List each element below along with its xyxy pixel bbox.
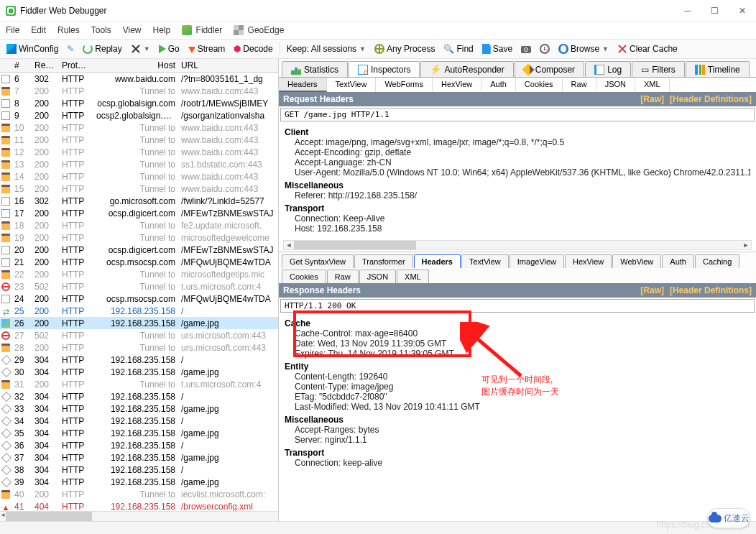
tab-autoresponder[interactable]: ⚡AutoResponder bbox=[420, 61, 513, 77]
resp-tab-json[interactable]: JSON bbox=[359, 270, 396, 283]
session-row[interactable]: 39304HTTP192.168.235.158/game.jpg bbox=[0, 476, 278, 488]
session-row[interactable]: 34304HTTP192.168.235.158/ bbox=[0, 415, 278, 427]
find-button[interactable]: 🔍Find bbox=[440, 42, 476, 55]
menu-edit[interactable]: Edit bbox=[31, 25, 46, 35]
session-row[interactable]: 27502HTTPTunnel tours.microsoft.com:443 bbox=[0, 329, 278, 341]
resp-tab-imageview[interactable]: ImageView bbox=[510, 254, 564, 268]
tab-inspectors[interactable]: Inspectors bbox=[349, 61, 420, 77]
menu-tools[interactable]: Tools bbox=[91, 25, 111, 35]
session-row[interactable]: 35304HTTP192.168.235.158/game.jpg bbox=[0, 427, 278, 439]
remove-button[interactable]: ▼ bbox=[127, 42, 154, 55]
session-row[interactable]: 7200HTTPTunnel towww.baidu.com:443 bbox=[0, 85, 278, 97]
browse-button[interactable]: Browse▼ bbox=[555, 42, 612, 55]
session-row[interactable]: 11200HTTPTunnel towww.baidu.com:443 bbox=[0, 134, 278, 146]
session-row[interactable]: 28200HTTPTunnel tours.microsoft.com:443 bbox=[0, 341, 278, 354]
menu-fiddler[interactable]: Fiddler bbox=[182, 25, 222, 36]
tab-timeline[interactable]: Timeline bbox=[686, 61, 750, 77]
resp-tab-raw[interactable]: Raw bbox=[327, 270, 359, 283]
session-row[interactable]: ▲41404HTTP192.168.235.158/browserconfig.… bbox=[0, 500, 278, 511]
session-row[interactable]: 19200HTTPTunnel tomicrosoftedgewelcome bbox=[0, 231, 278, 244]
req-tab-headers[interactable]: Headers bbox=[279, 78, 327, 92]
tab-statistics[interactable]: Statistics bbox=[282, 61, 348, 77]
req-tab-webforms[interactable]: WebForms bbox=[376, 78, 433, 92]
session-row[interactable]: 36304HTTP192.168.235.158/ bbox=[0, 439, 278, 451]
raw-link[interactable]: [Raw] bbox=[640, 94, 664, 104]
clear-cache-button[interactable]: Clear Cache bbox=[614, 42, 681, 55]
resp-tab-get-syntaxview[interactable]: Get SyntaxView bbox=[282, 254, 354, 268]
session-row[interactable]: 21200HTTPocsp.msocsp.com/MFQwUjBQME4wTDA bbox=[0, 256, 278, 268]
col-url[interactable]: URL bbox=[178, 59, 278, 72]
session-row[interactable]: 20200HTTPocsp.digicert.com/MFEwTzBNMEswS… bbox=[0, 244, 278, 256]
session-row[interactable]: 38304HTTP192.168.235.158/ bbox=[0, 464, 278, 476]
decode-button[interactable]: ⬢Decode bbox=[230, 42, 276, 55]
resp-tab-xml[interactable]: XML bbox=[397, 270, 429, 283]
save-button[interactable]: Save bbox=[479, 42, 516, 55]
session-row[interactable]: 33304HTTP192.168.235.158/game.jpg bbox=[0, 402, 278, 415]
menu-view[interactable]: View bbox=[123, 25, 142, 35]
resp-tab-hexview[interactable]: HexView bbox=[565, 254, 612, 268]
maximize-button[interactable]: ☐ bbox=[711, 6, 719, 16]
req-tab-textview[interactable]: TextView bbox=[327, 78, 377, 92]
session-row[interactable]: 37304HTTP192.168.235.158/game.jpg bbox=[0, 451, 278, 464]
go-button[interactable]: Go bbox=[155, 42, 183, 55]
close-button[interactable]: ✕ bbox=[739, 6, 746, 16]
tab-filters[interactable]: ▭Filters bbox=[632, 61, 685, 77]
req-tab-hexview[interactable]: HexView bbox=[433, 78, 481, 92]
session-row[interactable]: 23502HTTPTunnel tot.urs.microsoft.com:4 bbox=[0, 280, 278, 293]
req-tab-auth[interactable]: Auth bbox=[481, 78, 516, 92]
session-row[interactable]: 30304HTTP192.168.235.158/game.jpg bbox=[0, 366, 278, 378]
session-row[interactable]: 31200HTTPTunnel tot.urs.microsoft.com:4 bbox=[0, 378, 278, 390]
session-row[interactable]: 18200HTTPTunnel tofe2.update.microsoft. bbox=[0, 219, 278, 231]
session-row[interactable]: 29304HTTP192.168.235.158/ bbox=[0, 354, 278, 366]
stream-button[interactable]: Stream bbox=[185, 42, 229, 55]
tab-log[interactable]: Log bbox=[585, 61, 631, 77]
session-row[interactable]: 40200HTTPTunnel toiecvlist.microsoft.com… bbox=[0, 488, 278, 500]
resp-tab-textview[interactable]: TextView bbox=[461, 254, 509, 268]
screenshot-button[interactable] bbox=[517, 43, 535, 55]
tab-composer[interactable]: Composer bbox=[515, 61, 584, 77]
resp-header-definitions-link[interactable]: [Header Definitions] bbox=[670, 285, 752, 295]
session-row[interactable]: 8200HTTPocsp.globalsign.com/rootr1/MEwwS… bbox=[0, 97, 278, 109]
any-process-button[interactable]: Any Process bbox=[371, 42, 438, 55]
col-protocol[interactable]: Protocol bbox=[59, 59, 93, 72]
timer-button[interactable] bbox=[536, 42, 553, 55]
resp-tab-caching[interactable]: Caching bbox=[695, 254, 739, 268]
session-row[interactable]: 10200HTTPTunnel towww.baidu.com:443 bbox=[0, 121, 278, 134]
request-h-scrollbar[interactable]: ◄► bbox=[283, 240, 752, 250]
session-row[interactable]: 6302HTTPwww.baidu.com/?tn=80035161_1_dg bbox=[0, 73, 278, 85]
session-row[interactable]: 26200HTTP192.168.235.158/game.jpg bbox=[0, 317, 278, 329]
req-tab-json[interactable]: JSON bbox=[596, 78, 635, 92]
session-row[interactable]: 9200HTTPocsp2.globalsign.com/gsorganizat… bbox=[0, 109, 278, 121]
session-row[interactable]: 22200HTTPTunnel tomicrosoftedgetips.mic bbox=[0, 268, 278, 280]
session-row[interactable]: 32304HTTP192.168.235.158/ bbox=[0, 390, 278, 402]
req-tab-raw[interactable]: Raw bbox=[563, 78, 596, 92]
comment-button[interactable]: ✎ bbox=[63, 42, 78, 55]
session-row[interactable]: 12200HTTPTunnel towww.baidu.com:443 bbox=[0, 146, 278, 158]
menu-help[interactable]: Help bbox=[153, 25, 171, 35]
replay-button[interactable]: Replay bbox=[79, 42, 125, 55]
session-row[interactable]: 17200HTTPocsp.digicert.com/MFEwTzBNMEswS… bbox=[0, 207, 278, 219]
resp-tab-auth[interactable]: Auth bbox=[662, 254, 694, 268]
col-result[interactable]: Result bbox=[32, 59, 59, 72]
col-host[interactable]: Host bbox=[93, 59, 178, 72]
menu-file[interactable]: File bbox=[6, 25, 19, 35]
session-row[interactable]: ⇄25200HTTP192.168.235.158/ bbox=[0, 305, 278, 317]
header-definitions-link[interactable]: [Header Definitions] bbox=[670, 94, 752, 104]
session-row[interactable]: 14200HTTPTunnel towww.baidu.com:443 bbox=[0, 170, 278, 183]
resp-tab-webview[interactable]: WebView bbox=[612, 254, 661, 268]
req-tab-cookies[interactable]: Cookies bbox=[516, 78, 563, 92]
session-row[interactable]: 16302HTTPgo.microsoft.com/fwlink/?LinkId… bbox=[0, 195, 278, 207]
session-row[interactable]: 24200HTTPocsp.msocsp.com/MFQwUjBQME4wTDA bbox=[0, 293, 278, 305]
resp-tab-transformer[interactable]: Transformer bbox=[354, 254, 413, 268]
minimize-button[interactable]: ─ bbox=[684, 6, 691, 16]
resp-tab-cookies[interactable]: Cookies bbox=[282, 270, 326, 283]
grid-body[interactable]: 6302HTTPwww.baidu.com/?tn=80035161_1_dg7… bbox=[0, 73, 278, 511]
resp-tab-headers[interactable]: Headers bbox=[414, 254, 461, 268]
keep-sessions-button[interactable]: Keep: All sessions▼ bbox=[283, 42, 369, 55]
col-id[interactable]: # bbox=[11, 59, 32, 72]
menu-rules[interactable]: Rules bbox=[57, 25, 80, 35]
req-tab-xml[interactable]: XML bbox=[635, 78, 670, 92]
h-scrollbar[interactable]: ◄ bbox=[0, 511, 278, 521]
resp-raw-link[interactable]: [Raw] bbox=[640, 285, 664, 295]
menu-geoedge[interactable]: GeoEdge bbox=[234, 25, 284, 36]
